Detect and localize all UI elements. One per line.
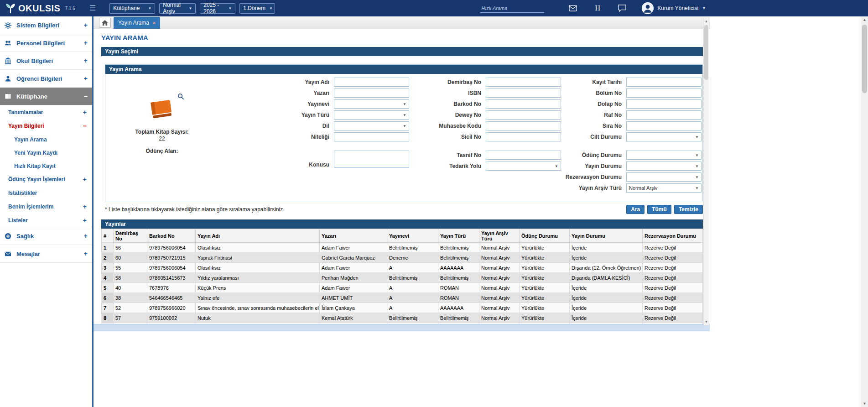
sidebar-item[interactable]: Hızlı Kitap Kayıt xyxy=(0,159,92,172)
table-row[interactable]: 5407678976Küçük PrensAdam FawerAROMANNor… xyxy=(102,283,703,293)
expand-toggle[interactable]: + xyxy=(84,250,88,257)
sidebar-item[interactable]: İstatistikler xyxy=(0,186,92,200)
scroll-down-icon[interactable]: ▼ xyxy=(861,400,868,407)
column-header[interactable]: # xyxy=(102,229,114,243)
sidebar-item[interactable]: Sistem Bilgileri+ xyxy=(0,16,92,34)
bottom-scroll-strip[interactable] xyxy=(94,324,710,331)
niteligi-input[interactable] xyxy=(334,132,409,141)
demirbas-no-input[interactable] xyxy=(486,78,561,87)
kayit-tarihi-input[interactable] xyxy=(626,78,702,87)
column-header[interactable]: Yayınevi xyxy=(387,229,438,243)
menu-toggle-icon[interactable]: ☰ xyxy=(89,5,96,12)
yayin-adi-input[interactable] xyxy=(334,78,409,87)
page-scrollbar[interactable]: ▲ ▼ xyxy=(861,16,868,407)
expand-toggle[interactable]: − xyxy=(84,93,88,100)
table-row[interactable]: 1569789756006054OlasılıksızAdam FawerBel… xyxy=(102,243,703,253)
yazari-input[interactable] xyxy=(334,89,409,98)
yayinevi-select[interactable]: ▼ xyxy=(334,99,409,109)
sidebar-item[interactable]: Benim İşlemlerim+ xyxy=(0,200,92,214)
table-row[interactable]: 2609789750721915Yaprak FirtinasiGabriel … xyxy=(102,253,703,263)
sidebar-item[interactable]: Mesajlar+ xyxy=(0,245,92,263)
term-select[interactable]: 1.Dönem▼ xyxy=(239,3,275,14)
expand-toggle[interactable]: + xyxy=(83,176,87,183)
zoom-icon[interactable] xyxy=(177,93,184,102)
expand-toggle[interactable]: + xyxy=(84,57,88,64)
yayin-turu-select[interactable]: ▼ xyxy=(334,110,409,120)
sidebar-item[interactable]: Okul Bilgileri+ xyxy=(0,52,92,70)
dil-select[interactable]: ▼ xyxy=(334,121,409,130)
column-header[interactable]: Rezervasyon Durumu xyxy=(643,229,703,243)
chat-icon[interactable] xyxy=(617,3,627,13)
content-scrollbar[interactable]: ▲ ▼ xyxy=(703,18,709,325)
expand-toggle[interactable]: + xyxy=(84,75,88,82)
odunc-durumu-select[interactable]: ▼ xyxy=(626,151,702,160)
sidebar-item[interactable]: Yeni Yayın Kaydı xyxy=(0,146,92,159)
muhasebe-kodu-input[interactable] xyxy=(486,121,561,130)
scroll-thumb[interactable] xyxy=(862,25,867,93)
expand-toggle[interactable]: + xyxy=(83,203,87,210)
user-menu[interactable]: Kurum Yöneticisi ▼ xyxy=(642,2,706,14)
panel-header-yayinlar[interactable]: Yayınlar xyxy=(101,219,703,229)
temizle-button[interactable]: Temizle xyxy=(674,205,703,214)
table-row[interactable]: 8579759100002NutukKemal AtatürkBelirtilm… xyxy=(102,313,703,323)
konusu-textarea[interactable] xyxy=(334,151,409,168)
sira-no-input[interactable] xyxy=(626,121,702,130)
ara-button[interactable]: Ara xyxy=(626,205,645,214)
expand-toggle[interactable]: + xyxy=(84,232,88,240)
rezervasyon-durumu-select[interactable]: ▼ xyxy=(626,172,702,182)
expand-toggle[interactable]: + xyxy=(84,39,88,47)
scroll-up-icon[interactable]: ▲ xyxy=(704,18,709,24)
table-row[interactable]: 9549789756966020Sınav öncesinde, sınav s… xyxy=(102,323,703,324)
isbn-input[interactable] xyxy=(486,89,561,98)
tasnif-no-input[interactable] xyxy=(486,151,561,160)
panel-header-yayin-arama[interactable]: Yayın Arama xyxy=(105,65,702,74)
dolap-no-input[interactable] xyxy=(626,99,702,109)
archive-select[interactable]: Normal Arşiv▼ xyxy=(159,3,196,14)
home-tab[interactable] xyxy=(99,18,111,28)
table-row[interactable]: 4589786051415673Yıldız yaralanmasıPeriha… xyxy=(102,273,703,283)
raf-no-input[interactable] xyxy=(626,110,702,120)
sidebar-item[interactable]: Yayın Bilgileri− xyxy=(0,119,92,133)
school-year-select[interactable]: 2025 - 2026▼ xyxy=(200,3,235,14)
bolum-no-input[interactable] xyxy=(626,89,702,98)
tumu-button[interactable]: Tümü xyxy=(647,205,671,214)
help-icon[interactable]: H xyxy=(593,3,603,13)
tab-yayin-arama[interactable]: Yayın Arama × xyxy=(114,17,160,29)
cilt-durumu-select[interactable]: ▼ xyxy=(626,132,702,141)
quick-search-input[interactable] xyxy=(480,4,544,13)
scroll-up-icon[interactable]: ▲ xyxy=(861,16,868,23)
column-header[interactable]: Yayın Arşiv Türü xyxy=(479,229,520,243)
scroll-down-icon[interactable]: ▼ xyxy=(704,319,709,325)
sidebar-item[interactable]: Listeler+ xyxy=(0,214,92,227)
table-row[interactable]: 3559789756006054OlasılıksızAdam FawerAAA… xyxy=(102,263,703,273)
sidebar-item[interactable]: Yayın Arama xyxy=(0,133,92,146)
sidebar-item[interactable]: Sağlık+ xyxy=(0,227,92,245)
messages-icon[interactable] xyxy=(568,3,578,13)
app-logo[interactable]: OKULSIS 7.1.6 xyxy=(0,2,82,14)
yayin-arsiv-turu-select[interactable]: Normal Arşiv▼ xyxy=(626,183,702,193)
table-row[interactable]: 638546466546465Yalnız efeAHMET ÜMİTAROMA… xyxy=(102,293,703,303)
close-icon[interactable]: × xyxy=(153,20,156,26)
column-header[interactable]: Yayın Durumu xyxy=(570,229,643,243)
column-header[interactable]: Demirbaş No xyxy=(114,229,147,243)
expand-toggle[interactable]: + xyxy=(84,21,88,29)
sidebar-item[interactable]: Tanımlamalar+ xyxy=(0,105,92,119)
dewey-no-input[interactable] xyxy=(486,110,561,120)
table-row[interactable]: 7529789756966020Sınav öncesinde, sınav s… xyxy=(102,303,703,313)
sicil-no-input[interactable] xyxy=(486,132,561,141)
sidebar-item[interactable]: Kütüphane− xyxy=(0,88,92,105)
barkod-no-input[interactable] xyxy=(486,99,561,109)
column-header[interactable]: Yayın Adı xyxy=(196,229,320,243)
expand-toggle[interactable]: − xyxy=(83,122,87,130)
sidebar-item[interactable]: Öğrenci Bilgileri+ xyxy=(0,70,92,88)
module-select[interactable]: Kütüphane▼ xyxy=(109,3,155,14)
panel-header-yayin-secimi[interactable]: Yayın Seçimi xyxy=(101,47,703,56)
scroll-thumb[interactable] xyxy=(704,25,708,80)
column-header[interactable]: Barkod No xyxy=(147,229,196,243)
sidebar-item[interactable]: Personel Bilgileri+ xyxy=(0,34,92,52)
expand-toggle[interactable]: + xyxy=(83,217,87,224)
column-header[interactable]: Ödünç Durumu xyxy=(520,229,570,243)
sidebar-item[interactable]: Ödünç Yayın İşlemleri+ xyxy=(0,172,92,186)
column-header[interactable]: Yazarı xyxy=(320,229,387,243)
column-header[interactable]: Yayın Türü xyxy=(438,229,479,243)
